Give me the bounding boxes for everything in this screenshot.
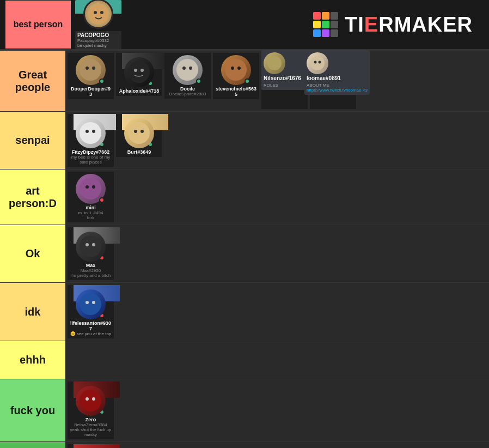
svg-point-12 (225, 59, 247, 81)
online-indicator (99, 78, 105, 84)
svg-point-26 (85, 185, 89, 189)
tier-label-text-fuck-you: fuck you (10, 404, 55, 417)
logo-cell-7 (313, 29, 321, 37)
fitzydipzy-avatar (76, 118, 106, 148)
dooper-username: DooperDooper#93 (70, 86, 112, 97)
svg-point-9 (176, 59, 198, 81)
svg-point-18 (319, 61, 321, 64)
svg-point-35 (85, 397, 89, 401)
svg-point-1 (94, 11, 97, 14)
tier-content-art-person: mini m_in_i_#494 fork (65, 169, 489, 225)
list-item[interactable]: stevenchiefo#5635 (213, 53, 259, 99)
svg-point-32 (85, 301, 89, 304)
logo-cell-5 (322, 21, 329, 28)
max-username: Max (86, 263, 96, 268)
svg-point-20 (85, 130, 89, 133)
svg-point-34 (80, 390, 101, 411)
tier-label-text-senpai: senpai (15, 134, 50, 147)
zero-tag: BelowZero#3384 (74, 422, 107, 427)
fitzydipzy-username: FitzyDipzy#7662 (72, 149, 110, 155)
svg-point-23 (134, 130, 137, 133)
svg-point-24 (140, 130, 144, 133)
list-item[interactable]: mini m_in_i_#494 fork (68, 172, 114, 222)
list-item[interactable]: Aphaloxide#4718 (116, 53, 162, 96)
svg-point-21 (92, 130, 95, 133)
list-item[interactable]: FitzyDipzy#7662 my bed is one of my safe… (68, 114, 114, 167)
list-item[interactable]: DooperDooper#93 (68, 53, 114, 99)
svg-point-0 (89, 4, 108, 24)
svg-point-16 (310, 56, 325, 70)
tier-row-great-people: Great people DooperDooper#93 (0, 50, 489, 111)
svg-point-5 (92, 66, 95, 70)
tier-label-text-art-person: art person:D (3, 185, 63, 210)
tier-label-text-ehhh: ehhh (20, 354, 46, 366)
burt-avatar (124, 118, 154, 148)
lifeless-avatar (76, 289, 106, 319)
tier-row-fuck-you: fuck you Zero BelowZero#3384 yeah shut t… (0, 379, 489, 441)
list-item[interactable]: Docile DocileSphire#2888 (164, 53, 211, 99)
online-indicator (244, 78, 250, 84)
tier-label-ehhh: ehhh (0, 341, 65, 379)
pacopogo-username: PACOPOGO (77, 32, 119, 38)
svg-point-29 (85, 243, 89, 246)
aphaloxide-avatar (124, 57, 154, 87)
best-person-card[interactable]: PACOPOGO Pacopogo#0332 be quiet masky (75, 0, 121, 49)
list-item[interactable]: loomae#0891 ABOUT ME https://www.twitch.… (310, 53, 356, 109)
online-indicator (196, 78, 201, 84)
list-item[interactable]: Max Max#2950 I'm pretty and a bitch (68, 227, 114, 280)
tier-label-great-people: Great people (0, 51, 65, 111)
svg-point-19 (80, 122, 101, 144)
logo-cell-4 (313, 21, 321, 28)
tier-row-alcoholic: aLcOhOlIc BigWillyBilly#4862 (0, 441, 489, 448)
tier-row-idk: idk lifelessanton#9307 😊see you at the t… (0, 282, 489, 341)
logo-text: TiERMAKER (345, 13, 473, 37)
pacopogo-status: be quiet masky (77, 43, 119, 48)
tier-content-great-people: DooperDooper#93 Aphaloxide#4718 (65, 51, 489, 111)
max-tag: Max#2950 (81, 268, 101, 273)
stevenchiefo-username: stevenchiefo#5635 (215, 86, 257, 97)
max-bio: I'm pretty and a bitch (70, 273, 111, 278)
best-person-text: best person (14, 20, 63, 29)
fitzydipzy-bio: my bed is one of my safe places (70, 155, 112, 165)
list-item[interactable]: Zero BelowZero#3384 yeah shut the fuck u… (68, 382, 114, 439)
svg-point-8 (140, 69, 144, 72)
header-left: best person PACO (5, 0, 313, 49)
tier-label-art-person: art person:D (0, 169, 65, 225)
tier-label-alcoholic: aLcOhOlIc (0, 442, 65, 448)
tier-content-idk: lifelessanton#9307 😊see you at the top (65, 283, 489, 341)
loomae-popup-avatar (307, 52, 328, 74)
docile-tag: DocileSphire#2888 (169, 92, 206, 96)
tier-content-senpai: FitzyDipzy#7662 my bed is one of my safe… (65, 112, 489, 169)
logo-cell-1 (313, 12, 321, 20)
svg-point-31 (80, 293, 101, 315)
pacopogo-tag: Pacopogo#0332 (77, 38, 119, 43)
tier-content-fuck-you: Zero BelowZero#3384 yeah shut the fuck u… (65, 379, 489, 441)
list-item[interactable]: BigWillyBilly#4862 (68, 444, 114, 448)
nilsenzo-popup-avatar (264, 52, 285, 74)
tier-content-ok: Max Max#2950 I'm pretty and a bitch (65, 225, 489, 282)
svg-point-15 (267, 56, 282, 70)
list-item[interactable]: Burt#3649 (116, 114, 162, 157)
logo-cell-3 (331, 12, 338, 20)
list-item[interactable]: lifelessanton#9307 😊see you at the top (68, 285, 114, 338)
logo-cell-9 (331, 29, 338, 37)
card-avatar-wrapper (68, 55, 114, 85)
tier-label-senpai: senpai (0, 112, 65, 169)
svg-point-27 (92, 185, 95, 189)
svg-point-4 (85, 66, 89, 70)
list-item[interactable]: Nilsenzo#1676 ROLES (261, 53, 308, 109)
svg-point-2 (100, 11, 103, 14)
tier-row-art-person: art person:D mini m_in_i_#494 fork (0, 169, 489, 225)
svg-point-3 (80, 59, 101, 81)
tier-row-ehhh: ehhh (0, 341, 489, 379)
tier-label-text-idk: idk (25, 306, 41, 318)
tier-label-text-great-people: Great people (3, 69, 63, 94)
svg-point-6 (128, 61, 150, 83)
tier-list: Great people DooperDooper#93 (0, 50, 489, 448)
loomae-link: https://www.twitch.tv/loomae <3 (307, 88, 368, 93)
lifeless-username: lifelessanton#9307 (70, 320, 112, 331)
svg-point-33 (92, 301, 95, 304)
svg-point-17 (314, 61, 317, 64)
zero-avatar (76, 386, 106, 416)
tier-row-ok: Ok Max Max#2950 I'm pretty and a bitch (0, 225, 489, 282)
